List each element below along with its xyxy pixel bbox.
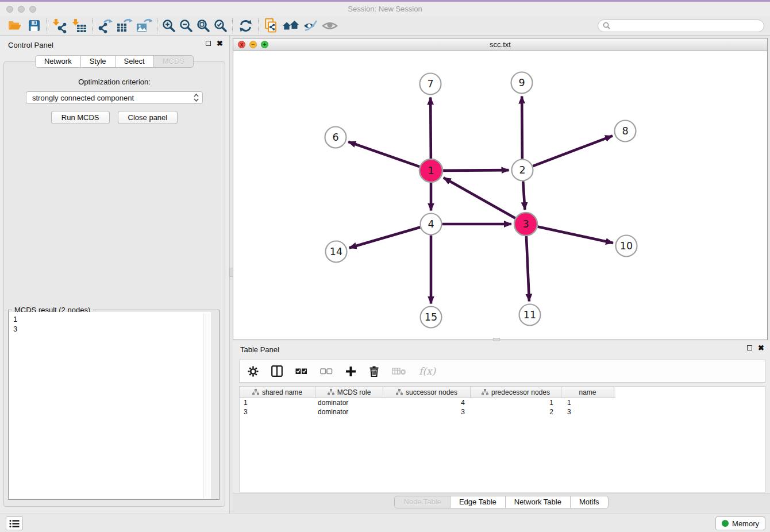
- memory-button[interactable]: Memory: [715, 516, 765, 530]
- graph-node-7[interactable]: 7: [420, 74, 441, 95]
- column-header-MCDS-role[interactable]: MCDS role: [315, 387, 383, 398]
- graph-node-11[interactable]: 11: [519, 304, 541, 326]
- table-cell[interactable]: 1: [561, 399, 614, 407]
- graph-node-1[interactable]: 1: [419, 159, 442, 182]
- graph-node-4[interactable]: 4: [421, 214, 442, 235]
- close-panel-button[interactable]: Close panel: [118, 111, 178, 124]
- edge-2-3[interactable]: [523, 181, 525, 210]
- export-table-button[interactable]: [115, 17, 134, 34]
- select-all-button[interactable]: [295, 368, 307, 375]
- function-builder-button[interactable]: f(x): [419, 365, 436, 377]
- copy-network-button[interactable]: [261, 17, 281, 34]
- column-header-name[interactable]: name: [561, 387, 614, 398]
- zoom-in-button[interactable]: [160, 17, 178, 34]
- search-input[interactable]: [613, 22, 759, 30]
- edge-2-9[interactable]: [522, 96, 522, 159]
- graph-node-15[interactable]: 15: [421, 307, 442, 328]
- export-network-button[interactable]: [95, 17, 115, 34]
- open-session-button[interactable]: [5, 17, 24, 34]
- control-panel-tabs: Network Style Select MCDS: [0, 55, 229, 68]
- import-table-button[interactable]: [70, 17, 89, 34]
- table-row[interactable]: 3dominator323: [240, 407, 765, 417]
- tab-edge-table[interactable]: Edge Table: [451, 496, 506, 508]
- task-history-button[interactable]: [6, 516, 23, 530]
- table-panel-title: Table Panel: [240, 345, 279, 354]
- table-cell[interactable]: 3: [240, 408, 315, 416]
- edge-4-14[interactable]: [349, 227, 421, 248]
- mcds-result-group: MCDS result (2 nodes) 1 3: [8, 310, 220, 500]
- hide-panels-button[interactable]: [301, 17, 320, 34]
- export-image-button[interactable]: [134, 17, 154, 34]
- edge-3-11[interactable]: [526, 236, 529, 302]
- close-table-panel-icon[interactable]: ✖: [758, 345, 764, 350]
- optimization-criterion-select[interactable]: strongly connected component: [26, 91, 203, 104]
- table-cell[interactable]: 1: [240, 399, 315, 407]
- table-row[interactable]: 1dominator411: [240, 398, 765, 407]
- refresh-view-button[interactable]: [236, 17, 255, 34]
- column-header-shared-name[interactable]: shared name: [240, 387, 315, 398]
- edge-3-1[interactable]: [444, 178, 515, 218]
- column-header-predecessor-nodes[interactable]: predecessor nodes: [471, 387, 561, 398]
- graph-node-3[interactable]: 3: [514, 213, 537, 236]
- zoom-out-button[interactable]: [178, 17, 195, 34]
- graph-node-9[interactable]: 9: [511, 72, 533, 94]
- edge-3-10[interactable]: [538, 226, 614, 243]
- deselect-all-button[interactable]: [320, 368, 333, 375]
- tab-mcds[interactable]: MCDS: [154, 55, 194, 68]
- home-button[interactable]: [281, 17, 301, 34]
- delete-table-button[interactable]: [392, 367, 406, 376]
- import-network-button[interactable]: [50, 17, 70, 34]
- table-body: 1dominator4113dominator323: [240, 398, 765, 417]
- add-column-button[interactable]: [345, 366, 356, 377]
- edge-1-7[interactable]: [430, 97, 431, 159]
- graph-node-10[interactable]: 10: [616, 236, 637, 257]
- zoom-selected-button[interactable]: [212, 17, 229, 34]
- search-box[interactable]: [598, 20, 764, 32]
- tab-network[interactable]: Network: [35, 55, 81, 68]
- float-table-panel-icon[interactable]: [747, 345, 752, 350]
- graph-node-2[interactable]: 2: [512, 160, 533, 181]
- eye-slash-icon: [303, 20, 318, 32]
- svg-text:2: 2: [519, 164, 525, 176]
- titlebar: Session: New Session: [0, 2, 770, 16]
- tab-motifs[interactable]: Motifs: [571, 496, 609, 508]
- save-session-button[interactable]: [24, 17, 44, 34]
- tab-select[interactable]: Select: [116, 55, 154, 68]
- network-window-titlebar[interactable]: x − + scc.txt: [233, 38, 767, 51]
- table-cell[interactable]: 3: [561, 408, 614, 416]
- table-settings-button[interactable]: [248, 366, 259, 377]
- node-table[interactable]: shared nameMCDS rolesuccessor nodesprede…: [239, 386, 765, 492]
- column-header-successor-nodes[interactable]: successor nodes: [383, 387, 471, 398]
- edge-2-8[interactable]: [533, 136, 613, 166]
- edge-1-6[interactable]: [348, 142, 419, 167]
- table-cell[interactable]: dominator: [315, 408, 383, 416]
- table-cell[interactable]: dominator: [315, 399, 383, 407]
- tab-network-table[interactable]: Network Table: [506, 496, 571, 508]
- show-panels-button[interactable]: [320, 17, 340, 34]
- table-cell[interactable]: 3: [383, 408, 471, 416]
- graph-node-6[interactable]: 6: [325, 127, 346, 148]
- graph-node-8[interactable]: 8: [615, 121, 636, 142]
- toolbar-separator: [92, 18, 93, 33]
- close-panel-icon[interactable]: ✖: [217, 41, 223, 46]
- edge-1-2[interactable]: [443, 170, 509, 171]
- delete-table-icon: [392, 367, 406, 376]
- zoom-fit-button[interactable]: [195, 17, 212, 34]
- table-cell[interactable]: 4: [383, 399, 471, 407]
- gear-icon: [248, 366, 259, 377]
- run-mcds-button[interactable]: Run MCDS: [51, 111, 110, 124]
- graph-node-14[interactable]: 14: [326, 241, 347, 263]
- delete-column-button[interactable]: [369, 365, 379, 377]
- network-canvas[interactable]: 7968124314101511: [233, 51, 767, 340]
- save-icon: [28, 20, 40, 32]
- table-cell[interactable]: 1: [471, 399, 561, 407]
- table-toolbar: f(x): [239, 360, 765, 383]
- float-panel-icon[interactable]: [206, 41, 211, 46]
- result-scrollbar[interactable]: [203, 314, 210, 498]
- mcds-result-box[interactable]: 1 3: [9, 312, 211, 499]
- tab-node-table[interactable]: Node Table: [394, 496, 451, 508]
- stepper-icon: [192, 93, 200, 102]
- table-cell[interactable]: 2: [471, 408, 561, 416]
- show-columns-button[interactable]: [271, 365, 283, 377]
- tab-style[interactable]: Style: [81, 55, 116, 68]
